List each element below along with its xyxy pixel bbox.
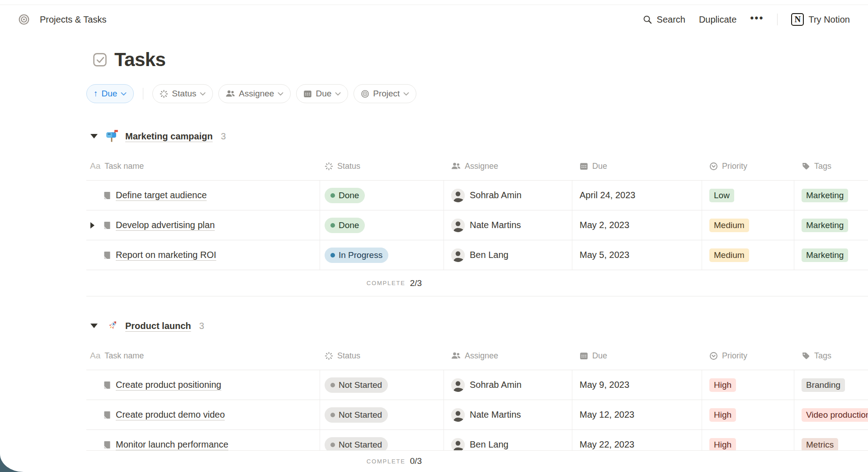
tags-cell[interactable]: Marketing <box>794 210 868 240</box>
priority-cell[interactable]: High <box>702 400 794 429</box>
try-notion-button[interactable]: N Try Notion <box>791 13 850 26</box>
tags-cell[interactable]: Video production <box>794 400 868 429</box>
duplicate-button[interactable]: Duplicate <box>699 14 736 25</box>
toolbar-divider <box>143 88 143 100</box>
bottom-complete-bar: COMPLETE 0/3 <box>0 450 868 472</box>
page-icon <box>103 381 112 390</box>
task-name-cell[interactable]: Define target audience <box>86 181 320 210</box>
due-cell[interactable]: May 9, 2023 <box>572 370 702 400</box>
column-header-status[interactable]: Status <box>320 342 444 370</box>
due-date: May 2, 2023 <box>580 220 629 230</box>
tags-cell[interactable]: Marketing <box>794 181 868 210</box>
task-link[interactable]: Create product positioning <box>116 380 221 390</box>
chevron-down-icon <box>200 92 206 96</box>
complete-label: COMPLETE <box>367 280 406 286</box>
chevron-down-icon <box>335 92 341 96</box>
view-toolbar: ↑ Due Status Assignee Due <box>86 84 868 103</box>
priority-cell[interactable]: Low <box>702 181 794 210</box>
task-name-cell[interactable]: Create product positioning <box>86 370 320 400</box>
group-toggle[interactable] <box>86 134 103 138</box>
assignee-cell[interactable]: Sohrab Amin <box>444 370 572 400</box>
priority-cell[interactable]: Medium <box>702 240 794 270</box>
filter-pill-status[interactable]: Status <box>152 84 213 103</box>
table-marketing-campaign: AaTask name Status Assignee Due Priority… <box>86 152 868 296</box>
column-header-tags[interactable]: Tags <box>794 342 868 370</box>
assignee-name: Ben Lang <box>470 250 509 260</box>
column-header-tags[interactable]: Tags <box>794 152 868 180</box>
tag: Branding <box>802 378 845 392</box>
due-cell[interactable]: April 24, 2023 <box>572 181 702 210</box>
task-link[interactable]: Monitor launch performance <box>116 439 228 450</box>
task-name-cell[interactable]: Report on marketing ROI <box>86 240 320 270</box>
column-header-task-name[interactable]: AaTask name <box>86 342 320 370</box>
task-name-cell[interactable]: Develop advertising plan <box>86 210 320 240</box>
priority-tag: Low <box>709 189 734 202</box>
tags-cell[interactable]: Branding <box>794 370 868 400</box>
column-header-status[interactable]: Status <box>320 152 444 180</box>
group-count: 3 <box>221 131 226 142</box>
column-header-due[interactable]: Due <box>572 342 702 370</box>
assignee-cell[interactable]: Nate Martins <box>444 210 572 240</box>
status-cell[interactable]: Done <box>320 181 444 210</box>
page-title[interactable]: Tasks <box>114 49 165 71</box>
target-icon <box>361 90 369 98</box>
task-link[interactable]: Define target audience <box>116 190 207 200</box>
group-toggle[interactable] <box>86 324 103 328</box>
more-icon: ••• <box>750 13 764 24</box>
breadcrumb[interactable]: Projects & Tasks <box>40 14 106 25</box>
assignee-name: Sohrab Amin <box>470 380 522 390</box>
status-burst-icon <box>325 352 333 360</box>
search-label: Search <box>657 14 685 25</box>
table-header-row: AaTask name Status Assignee Due Priority… <box>86 152 868 181</box>
tags-cell[interactable]: Marketing <box>794 240 868 270</box>
target-icon <box>18 14 30 25</box>
task-link[interactable]: Report on marketing ROI <box>116 250 216 260</box>
priority-cell[interactable]: Medium <box>702 210 794 240</box>
status-burst-icon <box>325 162 333 171</box>
complete-calculation[interactable]: COMPLETE 2/3 <box>86 270 702 296</box>
filter-pill-project[interactable]: Project <box>354 84 416 103</box>
tag: Metrics <box>802 438 838 452</box>
column-header-assignee[interactable]: Assignee <box>444 342 572 370</box>
group-title[interactable]: Product launch <box>125 321 191 331</box>
search-button[interactable]: Search <box>642 14 685 25</box>
assignee-cell[interactable]: Nate Martins <box>444 400 572 429</box>
subtask-toggle[interactable] <box>86 222 103 229</box>
due-cell[interactable]: May 12, 2023 <box>572 400 702 429</box>
column-header-priority[interactable]: Priority <box>702 342 794 370</box>
status-cell[interactable]: Done <box>320 210 444 240</box>
more-button[interactable]: ••• <box>750 13 764 26</box>
column-header-task-name[interactable]: AaTask name <box>86 152 320 180</box>
complete-calculation[interactable]: COMPLETE 0/3 <box>86 450 702 472</box>
priority-tag: Medium <box>709 219 749 232</box>
due-cell[interactable]: May 2, 2023 <box>572 210 702 240</box>
calendar-icon <box>580 162 588 171</box>
rocket-emoji <box>105 319 119 333</box>
assignee-cell[interactable]: Ben Lang <box>444 240 572 270</box>
task-name-cell[interactable]: Create product demo video <box>86 400 320 429</box>
column-header-due[interactable]: Due <box>572 152 702 180</box>
sort-pill-due[interactable]: ↑ Due <box>86 84 134 103</box>
filter-pill-due[interactable]: Due <box>296 84 348 103</box>
triangle-down-icon <box>90 134 98 138</box>
due-cell[interactable]: May 5, 2023 <box>572 240 702 270</box>
task-row: Create product demo video Not Started Na… <box>86 400 868 430</box>
status-dot-icon <box>330 253 335 257</box>
assignee-cell[interactable]: Sohrab Amin <box>444 181 572 210</box>
table-product-launch: AaTask name Status Assignee Due Priority… <box>86 342 868 460</box>
status-cell[interactable]: In Progress <box>320 240 444 270</box>
filter-pill-assignee[interactable]: Assignee <box>218 84 291 103</box>
page-content: Tasks ↑ Due Status Assignee Due <box>0 48 868 460</box>
priority-cell[interactable]: High <box>702 370 794 400</box>
status-cell[interactable]: Not Started <box>320 370 444 400</box>
task-link[interactable]: Create product demo video <box>116 410 225 420</box>
search-icon <box>642 14 652 24</box>
column-header-priority[interactable]: Priority <box>702 152 794 180</box>
task-link[interactable]: Develop advertising plan <box>116 220 215 230</box>
notion-page: Projects & Tasks Search Duplicate ••• N … <box>0 0 868 472</box>
assignee-name: Nate Martins <box>470 410 521 420</box>
column-header-assignee[interactable]: Assignee <box>444 152 572 180</box>
complete-label: COMPLETE <box>367 458 406 465</box>
group-title[interactable]: Marketing campaign <box>125 131 212 142</box>
status-cell[interactable]: Not Started <box>320 400 444 429</box>
